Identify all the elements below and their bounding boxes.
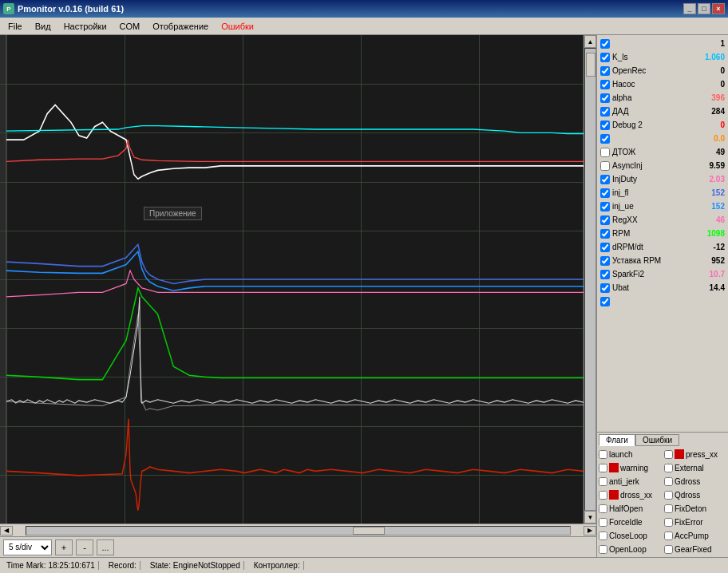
flag-right-1: External (664, 461, 726, 474)
param-checkbox-Debug2[interactable] (600, 121, 610, 130)
flag-cb-launch[interactable] (599, 450, 607, 459)
tab-errors[interactable]: Ошибки (635, 434, 679, 446)
param-name-AsyncInj: AsyncInj (612, 161, 693, 170)
hscroll-left[interactable]: ◀ (0, 526, 13, 535)
flag-cb-OpenLoop[interactable] (599, 545, 607, 554)
param-value-unknown1: 0.0 (693, 134, 725, 143)
state-value: EngineNotStopped (173, 561, 240, 570)
chart-area: Приложение (0, 35, 584, 524)
vscroll-down[interactable]: ▼ (584, 511, 596, 524)
flag-cb-AccPump[interactable] (664, 532, 673, 540)
param-name-ДТОЖ: ДТОЖ (612, 148, 693, 156)
menu-view[interactable]: Вид (29, 20, 57, 33)
vscroll[interactable]: ▲ ▼ (584, 35, 596, 524)
flag-cb-GearFixed[interactable] (664, 545, 673, 554)
controller-label: Контроллер: (254, 561, 300, 570)
menu-com[interactable]: COM (113, 20, 147, 33)
zoom-in-button[interactable]: + (55, 539, 73, 555)
param-name-alpha: alpha (612, 93, 693, 102)
param-checkbox-Насос[interactable] (600, 80, 610, 89)
param-checkbox-OpenRec[interactable] (600, 66, 610, 76)
flag-cb-Qdross[interactable] (664, 491, 673, 500)
flag-label-anti_jerk: anti_jerk (609, 477, 639, 486)
menu-errors[interactable]: Ошибки (215, 20, 260, 33)
param-row-SparkFi2: SparkFi210.7 (599, 267, 726, 281)
param-checkbox-ДТОЖ[interactable] (600, 148, 610, 157)
close-button[interactable]: × (712, 3, 725, 14)
param-value-Насос: 0 (693, 80, 725, 89)
flag-cb-warning[interactable] (599, 464, 607, 472)
param-checkbox-inj_fl[interactable] (600, 188, 610, 198)
param-name-RegXX: RegXX (612, 215, 693, 224)
flag-label-OpenLoop: OpenLoop (609, 545, 647, 554)
flag-label-dross_xx: dross_xx (620, 491, 652, 500)
flag-cb-CloseLoop[interactable] (599, 532, 607, 540)
record-label: Record: (109, 561, 136, 570)
param-checkbox-unknown1[interactable] (600, 134, 610, 144)
flags-panel: Флаги Ошибки launchpress_xxwarningExtern… (597, 432, 728, 557)
record-section: Record: (105, 561, 140, 570)
statusbar: Time Mark: 18:25:10:671 Record: State: E… (0, 557, 728, 573)
menu-settings[interactable]: Настройки (57, 20, 113, 33)
param-checkbox-RPM[interactable] (600, 229, 610, 239)
param-row-RPM: RPM1098 (599, 227, 726, 240)
param-value-RPM: 1098 (693, 229, 725, 238)
param-name-InjDuty: InjDuty (612, 175, 693, 184)
div-select[interactable]: 5 s/div 1 s/div 2 s/div 10 s/div (3, 539, 52, 555)
menu-display[interactable]: Отображение (146, 20, 215, 33)
param-checkbox-Ubat[interactable] (600, 283, 610, 293)
flag-cb-anti_jerk[interactable] (599, 477, 607, 486)
flag-label-Gdross: Gdross (675, 477, 700, 486)
time-mark-label: Time Mark: (6, 561, 46, 570)
param-name-K_ls: K_ls (612, 53, 693, 61)
param-checkbox-ДАД[interactable] (600, 107, 610, 117)
param-checkbox-speed[interactable] (600, 39, 610, 49)
param-row-speed: 1 (599, 37, 726, 50)
param-value-inj_ue: 152 (693, 202, 725, 211)
minimize-button[interactable]: _ (683, 3, 696, 14)
flag-label-press_xx: press_xx (686, 450, 718, 459)
flag-cb-External[interactable] (664, 464, 673, 472)
param-value-УставкаRPM: 952 (693, 256, 725, 265)
param-checkbox-inj_ue[interactable] (600, 202, 610, 211)
param-value-ДАД: 284 (693, 107, 725, 116)
param-checkbox-alpha[interactable] (600, 93, 610, 103)
flag-cb-ForceIdle[interactable] (599, 518, 607, 527)
tab-flags[interactable]: Флаги (599, 434, 635, 446)
param-name-Насос: Насос (612, 80, 693, 89)
param-checkbox-K_ls[interactable] (600, 53, 610, 62)
flag-left-3: dross_xx (599, 488, 661, 501)
param-checkbox-AsyncInj[interactable] (600, 161, 610, 171)
vscroll-track[interactable] (584, 48, 596, 511)
vscroll-up[interactable]: ▲ (584, 35, 596, 48)
param-checkbox-InjDuty[interactable] (600, 175, 610, 184)
param-checkbox-SparkFi2[interactable] (600, 270, 610, 279)
hscroll-track[interactable] (26, 526, 571, 535)
flag-right-6: AccPump (664, 529, 726, 542)
options-button[interactable]: ... (97, 539, 114, 555)
param-checkbox-unknown2[interactable] (600, 297, 610, 306)
zoom-out-button[interactable]: - (76, 539, 93, 555)
param-row-ДАД: ДАД284 (599, 105, 726, 118)
flag-label-launch: launch (609, 450, 632, 459)
flag-label-ForceIdle: ForceIdle (609, 518, 643, 527)
flag-cb-dross_xx[interactable] (599, 491, 607, 500)
flag-cb-HalfOpen[interactable] (599, 504, 607, 513)
param-value-OpenRec: 0 (693, 66, 725, 75)
flag-color-dross_xx (609, 490, 619, 500)
hscroll-thumb[interactable] (353, 527, 385, 535)
hscroll-right[interactable]: ▶ (584, 526, 596, 535)
maximize-button[interactable]: □ (698, 3, 710, 14)
flag-cb-FixError[interactable] (664, 518, 673, 527)
param-checkbox-dRPMdt[interactable] (600, 243, 610, 252)
flag-cb-press_xx[interactable] (664, 450, 673, 459)
flag-cb-FixDeton[interactable] (664, 504, 673, 513)
titlebar-buttons[interactable]: _ □ × (683, 3, 725, 14)
param-checkbox-RegXX[interactable] (600, 215, 610, 225)
menu-file[interactable]: File (2, 20, 29, 33)
state-label: State: (150, 561, 171, 570)
vscroll-thumb[interactable] (586, 53, 595, 77)
param-checkbox-УставкаRPM[interactable] (600, 256, 610, 266)
flag-cb-Gdross[interactable] (664, 477, 673, 486)
flag-left-2: anti_jerk (599, 475, 661, 488)
